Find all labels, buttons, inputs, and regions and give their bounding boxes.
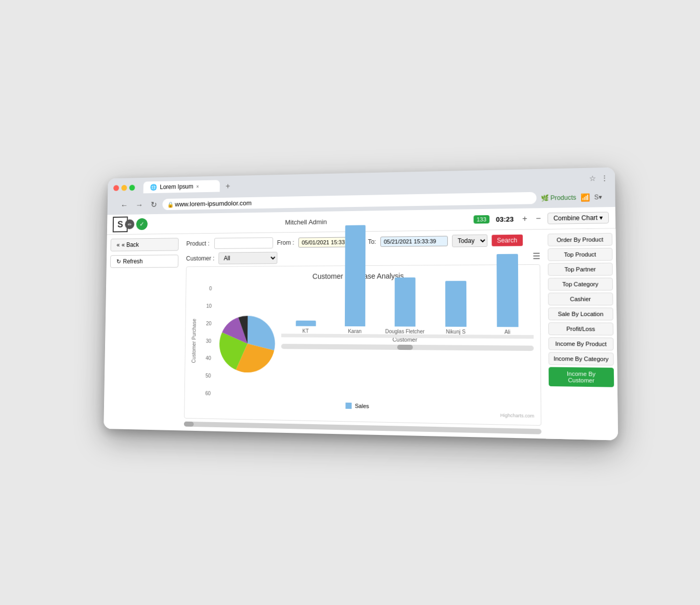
product-input[interactable] <box>214 237 273 249</box>
y-axis: 60 50 40 30 20 10 0 <box>202 285 215 396</box>
product-label: Product : <box>187 240 211 247</box>
products-extension[interactable]: 🌿 Products <box>541 193 576 201</box>
lock-icon: 🔒 <box>167 201 174 207</box>
refresh-button[interactable]: ↻ Refresh <box>110 255 178 268</box>
bar-ali[interactable] <box>497 254 519 327</box>
tab-favicon: 🌐 <box>150 183 157 191</box>
top-product-button[interactable]: Top Product <box>548 247 613 261</box>
bar-label-ali: Ali <box>504 329 510 335</box>
extension-icons: 🌿 Products 📶 S▾ <box>541 193 602 202</box>
legend-color-sales <box>345 402 352 408</box>
scrollbar-thumb[interactable] <box>397 344 413 349</box>
back-icon: « <box>116 241 119 248</box>
bar-kt[interactable] <box>296 320 316 326</box>
address-bar-wrap: 🔒 <box>162 192 537 210</box>
cashier-button[interactable]: Cashier <box>548 293 613 305</box>
browser-tab[interactable]: 🌐 Lorem Ipsum × <box>143 180 220 193</box>
refresh-icon: ↻ <box>116 258 121 264</box>
bar-group-ali: Ali <box>486 254 528 335</box>
close-traffic-light[interactable] <box>113 185 119 191</box>
combine-chart-button[interactable]: Combine Chart ▾ <box>547 212 609 224</box>
profile-icon: S▾ <box>594 193 602 201</box>
tab-title: Lorem Ipsum <box>160 183 193 191</box>
tab-close-button[interactable]: × <box>196 183 199 189</box>
customer-select[interactable]: All <box>218 252 277 264</box>
bar-nikunj[interactable] <box>445 281 466 327</box>
profit-loss-button[interactable]: Profit/Loss <box>548 322 613 336</box>
from-label: From : <box>277 239 294 246</box>
forward-nav-button[interactable]: → <box>134 199 145 210</box>
sale-by-location-button[interactable]: Sale By Location <box>548 307 613 320</box>
right-sidebar: Order By Product Top Product Top Partner… <box>544 228 618 440</box>
income-by-customer-button[interactable]: Income By Customer <box>549 367 614 387</box>
wifi-icon: 📶 <box>581 193 590 201</box>
bar-chart-area: KT Karan Douglas Fletcher <box>281 333 534 351</box>
timer-value: 03:23 <box>496 215 514 223</box>
browser-menu-icon[interactable]: ⋮ <box>601 174 608 182</box>
bar-label-karan: Karan <box>348 328 362 334</box>
main-layout: « « Back ↻ Refresh Product : From : To: <box>104 228 618 440</box>
income-by-category-button[interactable]: Income By Category <box>548 352 613 365</box>
grid-and-bars: KT Karan Douglas Fletcher <box>281 333 534 335</box>
traffic-lights <box>113 184 135 191</box>
chart-scrollbar[interactable] <box>281 344 534 351</box>
period-select[interactable]: Today <box>452 234 487 247</box>
bar-karan[interactable] <box>344 225 365 326</box>
address-input[interactable] <box>162 192 537 210</box>
bookmark-icon[interactable]: ☆ <box>589 174 596 182</box>
bar-label-nikunj: Nikunj S <box>446 328 465 334</box>
reload-nav-button[interactable]: ↻ <box>149 199 159 210</box>
top-category-button[interactable]: Top Category <box>548 277 613 290</box>
browser-window: 🌐 Lorem Ipsum × + ☆ ⋮ ← → ↻ 🔒 🌿 Products… <box>104 167 618 440</box>
search-button[interactable]: Search <box>491 234 523 246</box>
chart-area: Customer Purchase Analysis Customer Purc… <box>184 264 541 425</box>
user-name: Mitchell Admin <box>153 216 467 227</box>
bar-douglas[interactable] <box>395 277 416 326</box>
edit-icon[interactable]: ✏ <box>125 219 135 229</box>
back-button[interactable]: « « Back <box>111 238 179 251</box>
app-content: S ✏ ✓ Mitchell Admin 133 03:23 + − Combi… <box>104 206 618 440</box>
legend-label-sales: Sales <box>355 403 369 409</box>
customer-label: Customer : <box>186 255 214 262</box>
check-icon[interactable]: ✓ <box>136 218 148 230</box>
y-axis-label: Customer Purchase <box>191 318 197 362</box>
bar-group-kt: KT <box>286 320 325 333</box>
timer-add-button[interactable]: + <box>520 213 529 224</box>
maximize-traffic-light[interactable] <box>129 184 135 191</box>
topbar-actions: + − Combine Chart ▾ <box>520 212 609 224</box>
bar-label-kt: KT <box>302 328 309 333</box>
bar-group-douglas: Douglas Fletcher <box>385 277 425 334</box>
order-by-product-button[interactable]: Order By Product <box>548 233 613 246</box>
to-date-input[interactable] <box>380 236 448 246</box>
bar-group-nikunj: Nikunj S <box>435 281 476 335</box>
back-nav-button[interactable]: ← <box>118 199 130 210</box>
browser-chrome: 🌐 Lorem Ipsum × + ☆ ⋮ ← → ↻ 🔒 🌿 Products… <box>107 167 615 215</box>
bar-label-douglas: Douglas Fletcher <box>385 328 425 335</box>
pie-chart <box>218 313 278 374</box>
center-content: Product : From : To: Today Search Custom… <box>180 230 546 439</box>
bottom-scrollbar-thumb[interactable] <box>184 421 194 426</box>
bar-group-karan: Karan <box>335 225 375 334</box>
timer-minus-button[interactable]: − <box>533 213 543 224</box>
new-tab-button[interactable]: + <box>222 180 233 192</box>
chart-menu-icon[interactable]: ☰ <box>532 251 540 261</box>
timer-badge: 133 <box>473 215 489 223</box>
left-sidebar: « « Back ↻ Refresh <box>104 234 182 430</box>
minimize-traffic-light[interactable] <box>121 184 127 191</box>
top-partner-button[interactable]: Top Partner <box>548 262 613 276</box>
income-by-product-button[interactable]: Income By Product <box>548 337 613 350</box>
